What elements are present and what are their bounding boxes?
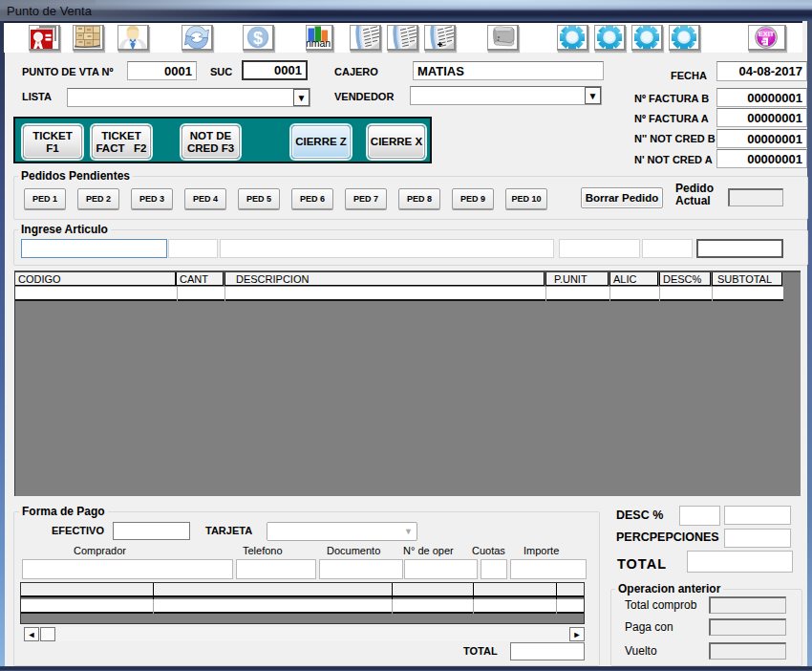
svg-text:EXIT: EXIT <box>759 30 775 38</box>
svg-text:nman: nman <box>307 37 331 49</box>
svg-text:$: $ <box>253 29 263 48</box>
